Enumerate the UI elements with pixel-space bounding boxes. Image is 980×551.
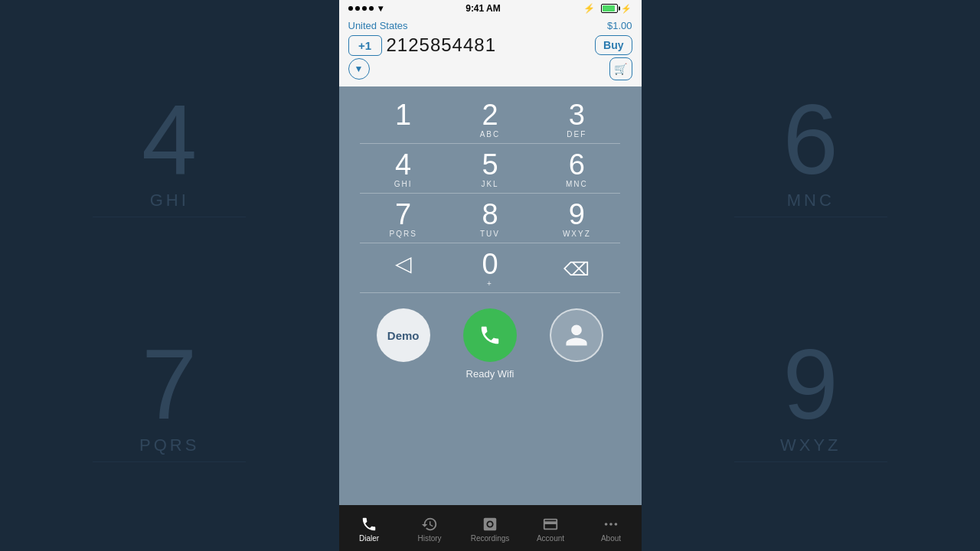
dialer-tab-icon	[361, 516, 377, 533]
battery-indicator	[601, 4, 618, 13]
recordings-tab-icon	[482, 516, 498, 533]
bg-digit-9: 9 WXYZ	[734, 334, 887, 462]
dialer-area: 1 2 ABC 3 DEF 4 GHI 5 JKL	[339, 86, 642, 505]
key-8[interactable]: 8 TUV	[446, 194, 533, 243]
bg-digit-4: 4 GHI	[93, 90, 246, 217]
clock: 9:41 AM	[466, 3, 501, 14]
key-3[interactable]: 3 DEF	[534, 94, 620, 144]
country-label: United States	[348, 20, 408, 31]
about-tab-icon	[603, 516, 619, 533]
tab-recordings-label: Recordings	[471, 534, 510, 543]
key-7[interactable]: 7 PQRS	[360, 194, 446, 243]
contact-icon	[564, 322, 590, 348]
call-controls: Demo	[360, 293, 620, 368]
tab-recordings[interactable]: Recordings	[460, 505, 521, 551]
background-decoration: 4 GHI 7 PQRS ▾ 9:41 AM ⚡	[0, 0, 980, 551]
history-tab-icon	[421, 516, 438, 533]
cart-button[interactable]: 🛒	[609, 57, 632, 80]
signal-area: ▾	[348, 3, 383, 14]
bg-digit-6: 6 MNC	[734, 90, 887, 217]
key-2[interactable]: 2 ABC	[446, 94, 533, 144]
header-bottom: +1 2125854481 Buy	[348, 34, 632, 56]
signal-dot-4	[369, 6, 374, 11]
chevron-down-icon: ▼	[354, 64, 364, 74]
tab-account-label: Account	[537, 534, 564, 543]
tab-dialer[interactable]: Dialer	[339, 505, 400, 551]
cart-icon: 🛒	[614, 63, 627, 75]
tab-history[interactable]: History	[400, 505, 460, 551]
key-5[interactable]: 5 JKL	[446, 144, 533, 194]
app-header: United States $1.00 +1 2125854481 Buy ▼ …	[339, 17, 642, 86]
tab-dialer-label: Dialer	[359, 534, 379, 543]
tab-about[interactable]: About	[581, 505, 642, 551]
balance-label: $1.00	[607, 20, 632, 31]
account-tab-icon	[542, 516, 559, 533]
wifi-icon: ▾	[378, 3, 383, 14]
header-actions: ▼ 🛒	[348, 56, 632, 82]
signal-dot-1	[348, 6, 353, 11]
header-top: United States $1.00	[348, 20, 632, 31]
svg-point-1	[609, 523, 612, 526]
buy-button[interactable]: Buy	[595, 35, 632, 55]
phone-number-display: 2125854481	[387, 34, 591, 56]
bg-digit-7: 7 PQRS	[93, 334, 246, 462]
key-0[interactable]: 0 +	[446, 243, 533, 293]
key-9[interactable]: 9 WXYZ	[534, 194, 620, 243]
phone-frame: ▾ 9:41 AM ⚡ ⚡ United States $1.00 +1 212…	[339, 0, 642, 551]
country-code-button[interactable]: +1	[348, 35, 382, 56]
tab-account[interactable]: Account	[521, 505, 581, 551]
tab-about-label: About	[601, 534, 621, 543]
svg-point-2	[615, 523, 618, 526]
phone-call-icon	[479, 324, 501, 347]
status-bar: ▾ 9:41 AM ⚡ ⚡	[339, 0, 642, 17]
bg-left: 4 GHI 7 PQRS	[0, 0, 339, 551]
key-6[interactable]: 6 MNC	[534, 144, 620, 194]
backspace-icon: ⌫	[564, 259, 590, 280]
signal-dot-3	[362, 6, 367, 11]
key-4[interactable]: 4 GHI	[360, 144, 446, 194]
chevron-down-button[interactable]: ▼	[348, 58, 370, 80]
svg-point-0	[605, 523, 608, 526]
tab-bar: Dialer History Recordings	[339, 505, 642, 551]
status-indicators: ⚡ ⚡	[583, 3, 632, 14]
signal-dot-2	[355, 6, 360, 11]
demo-button[interactable]: Demo	[377, 308, 430, 362]
key-backspace[interactable]: ⌫	[534, 243, 620, 293]
key-1[interactable]: 1	[360, 94, 446, 144]
call-button[interactable]	[463, 308, 517, 362]
tab-history-label: History	[417, 534, 441, 543]
bluetooth-icon: ⚡	[583, 3, 595, 14]
contacts-button[interactable]	[550, 308, 603, 362]
charging-icon: ⚡	[621, 4, 632, 14]
keypad-grid: 1 2 ABC 3 DEF 4 GHI 5 JKL	[360, 94, 620, 293]
battery-fill	[603, 5, 614, 11]
call-status: Ready Wifi	[466, 368, 514, 386]
key-back[interactable]: ◁	[360, 243, 446, 293]
bg-right: 6 MNC 9 WXYZ	[642, 0, 981, 551]
